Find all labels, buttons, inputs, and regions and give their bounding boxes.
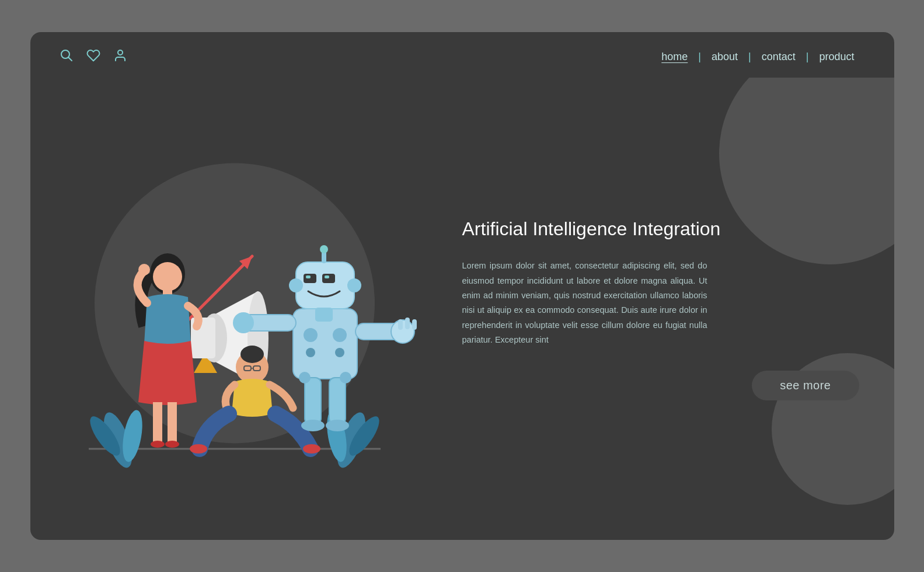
svg-point-39 bbox=[306, 348, 315, 357]
nav-link-product[interactable]: product bbox=[808, 51, 864, 63]
user-icon[interactable] bbox=[113, 48, 127, 65]
main-description: Lorem ipsum dolor sit amet, consectetur … bbox=[462, 259, 707, 347]
svg-point-2 bbox=[118, 50, 123, 55]
svg-point-63 bbox=[340, 372, 351, 383]
nav-link-about[interactable]: about bbox=[701, 51, 748, 63]
svg-point-62 bbox=[299, 372, 311, 383]
svg-rect-45 bbox=[322, 274, 335, 283]
svg-point-22 bbox=[153, 262, 182, 291]
right-content-inner: Artificial Intelligence Integration Lore… bbox=[462, 217, 859, 401]
svg-rect-50 bbox=[315, 308, 333, 322]
svg-point-28 bbox=[165, 441, 179, 448]
svg-rect-47 bbox=[325, 275, 329, 278]
svg-rect-46 bbox=[306, 275, 311, 278]
btn-wrapper: see more bbox=[462, 371, 859, 400]
svg-line-1 bbox=[68, 58, 72, 61]
nav-icons bbox=[60, 48, 127, 65]
illustration-area bbox=[30, 78, 439, 540]
svg-point-60 bbox=[301, 420, 325, 431]
svg-rect-56 bbox=[405, 318, 410, 329]
nav-link-home[interactable]: home bbox=[651, 51, 698, 63]
svg-point-24 bbox=[138, 264, 150, 275]
nav-links: home | about | contact | product bbox=[651, 51, 864, 63]
heart-icon[interactable] bbox=[86, 48, 100, 65]
right-content: Artificial Intelligence Integration Lore… bbox=[439, 78, 894, 540]
svg-point-35 bbox=[303, 444, 320, 454]
browser-window: home | about | contact | product bbox=[30, 32, 894, 540]
see-more-button[interactable]: see more bbox=[752, 371, 859, 400]
illustration bbox=[42, 116, 427, 501]
svg-point-61 bbox=[326, 420, 349, 431]
nav-bar: home | about | contact | product bbox=[30, 32, 894, 78]
svg-rect-57 bbox=[412, 319, 417, 330]
svg-point-48 bbox=[289, 278, 303, 292]
svg-rect-41 bbox=[296, 262, 354, 309]
svg-point-37 bbox=[304, 328, 318, 342]
search-icon[interactable] bbox=[60, 48, 74, 65]
main-content: Artificial Intelligence Integration Lore… bbox=[30, 78, 894, 540]
main-title: Artificial Intelligence Integration bbox=[462, 217, 859, 242]
svg-point-52 bbox=[233, 312, 254, 333]
svg-rect-25 bbox=[153, 402, 162, 443]
svg-point-34 bbox=[190, 444, 207, 454]
nav-link-contact[interactable]: contact bbox=[751, 51, 806, 63]
svg-rect-58 bbox=[305, 378, 321, 424]
svg-rect-55 bbox=[398, 319, 403, 330]
svg-rect-44 bbox=[304, 274, 316, 283]
svg-point-40 bbox=[335, 348, 344, 357]
svg-point-30 bbox=[240, 346, 264, 363]
svg-point-43 bbox=[320, 245, 328, 253]
svg-rect-26 bbox=[168, 402, 177, 443]
svg-point-49 bbox=[347, 278, 361, 292]
svg-point-38 bbox=[333, 328, 347, 342]
svg-rect-59 bbox=[329, 378, 346, 424]
svg-point-27 bbox=[151, 441, 165, 448]
